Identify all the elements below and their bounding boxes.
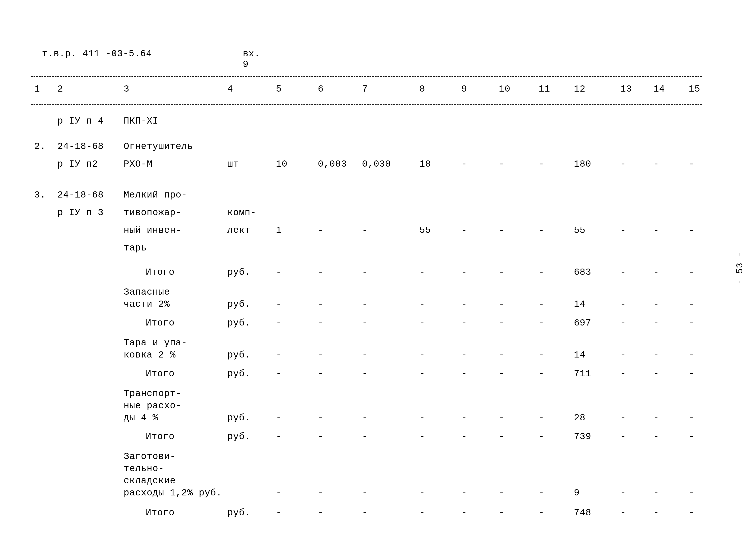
cell-c3: Итого [146,431,175,442]
cell-c11: - [539,488,544,498]
cell-c13: - [620,350,626,360]
cell-c13: - [620,267,626,278]
cell-c6: - [318,488,324,498]
cell-c12: 748 [574,508,591,518]
cell-c15: - [689,225,695,236]
cell-c5: - [276,318,282,328]
col-num: 14 [654,84,665,94]
cell-c11: - [539,318,544,328]
col-num: 15 [689,84,700,94]
col-num: 7 [362,84,368,94]
cell-c11: - [539,508,544,518]
cell-c15: - [689,159,695,169]
cell-c9: - [461,350,467,360]
cell-c4: руб. [227,369,251,379]
cell-c13: - [620,318,626,328]
cell-c5: - [276,413,282,423]
cell-c8: - [419,299,425,310]
cell-c14: - [654,159,659,169]
col-num: 6 [318,84,324,94]
cell-c3: Итого [146,267,175,278]
page-number-margin: - 53 - [735,252,745,285]
cell-c14: - [654,369,659,379]
cell-c10: - [499,431,505,442]
cell-c15: - [689,299,695,310]
cell-c9: - [461,267,467,278]
cell-c3: Итого [146,318,175,328]
cell-c3: ПКП-XI [124,116,158,126]
cell-c3: расходы 1,2% руб. [124,488,222,498]
cell-c13: - [620,431,626,442]
cell-c13: - [620,369,626,379]
cell-c6: - [318,369,324,379]
cell-c6: - [318,225,324,236]
col-num: 8 [419,84,425,94]
cell-c14: - [654,225,659,236]
cell-c15: - [689,431,695,442]
cell-c14: - [654,431,659,442]
page-header: т.в.р. 411 -03-5.64 вх. 9 [42,49,263,59]
cell-c5: - [276,488,282,498]
cell-c3: Запасные [124,287,170,297]
cell-c5: - [276,431,282,442]
cell-c2: р IУ п2 [57,159,98,169]
cell-c10: - [499,413,505,423]
cell-c4: руб. [227,318,251,328]
cell-c6: - [318,508,324,518]
cell-c7: - [362,413,368,423]
cell-c9: - [461,431,467,442]
cell-c7: - [362,431,368,442]
cell-c6: - [318,267,324,278]
cell-c10: - [499,159,505,169]
cell-c9: - [461,488,467,498]
cell-c15: - [689,488,695,498]
cell-c3: ные расхо- [124,400,181,411]
col-num: 10 [499,84,510,94]
cell-c7: - [362,267,368,278]
cell-c1: 2. [34,141,46,152]
cell-c3: части 2% [124,299,170,310]
cell-c8: - [419,369,425,379]
cell-c5: - [276,369,282,379]
cell-c14: - [654,508,659,518]
cell-c14: - [654,350,659,360]
cell-c14: - [654,488,659,498]
rule-top [31,76,702,77]
cell-c13: - [620,225,626,236]
cell-c5: - [276,267,282,278]
cell-c4: лект [227,225,251,236]
col-num: 11 [539,84,550,94]
cell-c15: - [689,369,695,379]
cell-c5: - [276,299,282,310]
cell-c8: 55 [419,225,431,236]
cell-c14: - [654,413,659,423]
col-num: 2 [57,84,63,94]
cell-c7: - [362,508,368,518]
cell-c13: - [620,508,626,518]
cell-c11: - [539,267,544,278]
cell-c4: руб. [227,267,251,278]
cell-c10: - [499,299,505,310]
cell-c5: - [276,508,282,518]
cell-c4: руб. [227,413,251,423]
cell-c2: р IУ п 3 [57,207,104,218]
cell-c12: 739 [574,431,591,442]
cell-c9: - [461,318,467,328]
cell-c7: - [362,350,368,360]
cell-c3: Итого [146,369,175,379]
cell-c9: - [461,299,467,310]
cell-c2: 24-18-68 [57,190,104,200]
cell-c9: - [461,413,467,423]
cell-c8: - [419,431,425,442]
cell-c4: руб. [227,299,251,310]
cell-c12: 180 [574,159,591,169]
cell-c11: - [539,369,544,379]
cell-c3: тельно- [124,463,164,474]
cell-c12: 9 [574,488,580,498]
cell-c7: - [362,318,368,328]
cell-c5: 1 [276,225,282,236]
cell-c8: - [419,488,425,498]
cell-c7: - [362,488,368,498]
document-page: т.в.р. 411 -03-5.64 вх. 9 1 2 3 4 5 6 7 … [0,0,756,555]
cell-c3: Тара и упа- [124,338,187,348]
